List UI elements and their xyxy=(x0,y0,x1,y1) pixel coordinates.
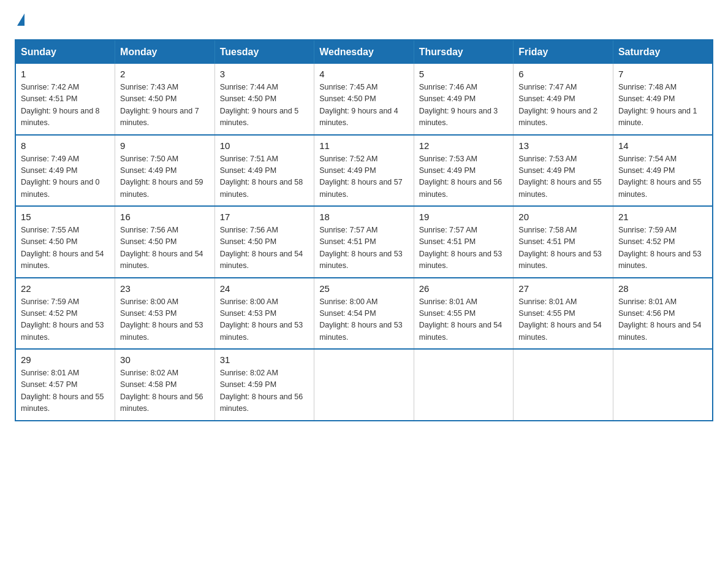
calendar-cell: 19 Sunrise: 7:57 AMSunset: 4:51 PMDaylig… xyxy=(414,206,514,278)
day-number: 31 xyxy=(220,354,309,365)
calendar-cell: 30 Sunrise: 8:02 AMSunset: 4:58 PMDaylig… xyxy=(115,349,215,421)
calendar-cell: 5 Sunrise: 7:46 AMSunset: 4:49 PMDayligh… xyxy=(414,64,514,135)
day-number: 14 xyxy=(618,140,707,151)
calendar-header-thursday: Thursday xyxy=(414,40,514,64)
calendar-cell: 26 Sunrise: 8:01 AMSunset: 4:55 PMDaylig… xyxy=(414,278,514,350)
calendar-header-row: SundayMondayTuesdayWednesdayThursdayFrid… xyxy=(15,40,713,64)
calendar-cell: 31 Sunrise: 8:02 AMSunset: 4:59 PMDaylig… xyxy=(214,349,314,421)
day-info: Sunrise: 7:52 AMSunset: 4:49 PMDaylight:… xyxy=(319,155,403,199)
calendar-cell: 23 Sunrise: 8:00 AMSunset: 4:53 PMDaylig… xyxy=(115,278,215,350)
day-number: 25 xyxy=(319,283,409,294)
calendar-header-tuesday: Tuesday xyxy=(214,40,314,64)
day-info: Sunrise: 7:46 AMSunset: 4:49 PMDaylight:… xyxy=(419,83,498,127)
day-number: 3 xyxy=(220,69,309,79)
day-number: 5 xyxy=(419,69,509,79)
calendar-cell: 6 Sunrise: 7:47 AMSunset: 4:49 PMDayligh… xyxy=(514,64,613,135)
day-number: 24 xyxy=(220,283,309,294)
logo-triangle-icon xyxy=(17,13,25,26)
day-info: Sunrise: 8:01 AMSunset: 4:57 PMDaylight:… xyxy=(21,369,104,413)
day-info: Sunrise: 8:00 AMSunset: 4:54 PMDaylight:… xyxy=(319,297,403,342)
day-info: Sunrise: 7:55 AMSunset: 4:50 PMDaylight:… xyxy=(21,226,104,270)
calendar-cell: 13 Sunrise: 7:53 AMSunset: 4:49 PMDaylig… xyxy=(514,135,613,207)
calendar-cell xyxy=(314,349,414,421)
day-info: Sunrise: 7:47 AMSunset: 4:49 PMDaylight:… xyxy=(518,83,597,127)
logo xyxy=(15,15,25,27)
day-info: Sunrise: 7:51 AMSunset: 4:49 PMDaylight:… xyxy=(220,155,303,199)
calendar-cell: 4 Sunrise: 7:45 AMSunset: 4:50 PMDayligh… xyxy=(314,64,414,135)
calendar-cell: 14 Sunrise: 7:54 AMSunset: 4:49 PMDaylig… xyxy=(613,135,713,207)
day-number: 29 xyxy=(21,354,110,365)
calendar-cell: 29 Sunrise: 8:01 AMSunset: 4:57 PMDaylig… xyxy=(15,349,115,421)
calendar-header-sunday: Sunday xyxy=(15,40,115,64)
calendar-header-monday: Monday xyxy=(115,40,215,64)
day-number: 18 xyxy=(319,212,409,222)
calendar-cell: 12 Sunrise: 7:53 AMSunset: 4:49 PMDaylig… xyxy=(414,135,514,207)
day-number: 28 xyxy=(618,283,707,294)
calendar-cell: 2 Sunrise: 7:43 AMSunset: 4:50 PMDayligh… xyxy=(115,64,215,135)
day-info: Sunrise: 7:58 AMSunset: 4:51 PMDaylight:… xyxy=(518,226,602,270)
day-number: 17 xyxy=(220,212,309,222)
day-info: Sunrise: 7:53 AMSunset: 4:49 PMDaylight:… xyxy=(518,155,602,199)
day-info: Sunrise: 7:42 AMSunset: 4:51 PMDaylight:… xyxy=(21,83,100,127)
page-header xyxy=(15,15,713,27)
day-number: 22 xyxy=(21,283,110,294)
day-info: Sunrise: 8:02 AMSunset: 4:58 PMDaylight:… xyxy=(120,369,203,413)
day-number: 10 xyxy=(220,140,309,151)
calendar-cell: 17 Sunrise: 7:56 AMSunset: 4:50 PMDaylig… xyxy=(214,206,314,278)
calendar-cell: 16 Sunrise: 7:56 AMSunset: 4:50 PMDaylig… xyxy=(115,206,215,278)
day-info: Sunrise: 7:56 AMSunset: 4:50 PMDaylight:… xyxy=(120,226,203,270)
calendar-week-row: 1 Sunrise: 7:42 AMSunset: 4:51 PMDayligh… xyxy=(15,64,713,135)
calendar-cell: 24 Sunrise: 8:00 AMSunset: 4:53 PMDaylig… xyxy=(214,278,314,350)
day-number: 30 xyxy=(120,354,210,365)
day-info: Sunrise: 7:56 AMSunset: 4:50 PMDaylight:… xyxy=(220,226,303,270)
day-number: 7 xyxy=(618,69,707,79)
day-info: Sunrise: 7:57 AMSunset: 4:51 PMDaylight:… xyxy=(419,226,502,270)
calendar-cell: 25 Sunrise: 8:00 AMSunset: 4:54 PMDaylig… xyxy=(314,278,414,350)
calendar-week-row: 8 Sunrise: 7:49 AMSunset: 4:49 PMDayligh… xyxy=(15,135,713,207)
calendar-cell xyxy=(414,349,514,421)
day-number: 26 xyxy=(419,283,509,294)
day-info: Sunrise: 7:53 AMSunset: 4:49 PMDaylight:… xyxy=(419,155,502,199)
day-number: 16 xyxy=(120,212,210,222)
day-info: Sunrise: 8:01 AMSunset: 4:55 PMDaylight:… xyxy=(419,297,502,342)
day-info: Sunrise: 7:59 AMSunset: 4:52 PMDaylight:… xyxy=(618,226,702,270)
day-number: 19 xyxy=(419,212,509,222)
calendar-cell: 10 Sunrise: 7:51 AMSunset: 4:49 PMDaylig… xyxy=(214,135,314,207)
day-info: Sunrise: 7:43 AMSunset: 4:50 PMDaylight:… xyxy=(120,83,199,127)
day-number: 27 xyxy=(518,283,608,294)
calendar-cell: 9 Sunrise: 7:50 AMSunset: 4:49 PMDayligh… xyxy=(115,135,215,207)
day-info: Sunrise: 7:54 AMSunset: 4:49 PMDaylight:… xyxy=(618,155,702,199)
day-number: 9 xyxy=(120,140,210,151)
day-number: 4 xyxy=(319,69,409,79)
day-number: 21 xyxy=(618,212,707,222)
day-number: 11 xyxy=(319,140,409,151)
calendar-cell: 11 Sunrise: 7:52 AMSunset: 4:49 PMDaylig… xyxy=(314,135,414,207)
calendar-week-row: 15 Sunrise: 7:55 AMSunset: 4:50 PMDaylig… xyxy=(15,206,713,278)
calendar-cell: 20 Sunrise: 7:58 AMSunset: 4:51 PMDaylig… xyxy=(514,206,613,278)
day-info: Sunrise: 8:01 AMSunset: 4:56 PMDaylight:… xyxy=(618,297,702,342)
day-number: 1 xyxy=(21,69,110,79)
day-number: 6 xyxy=(518,69,608,79)
calendar-week-row: 29 Sunrise: 8:01 AMSunset: 4:57 PMDaylig… xyxy=(15,349,713,421)
day-info: Sunrise: 8:00 AMSunset: 4:53 PMDaylight:… xyxy=(220,297,303,342)
calendar-cell: 15 Sunrise: 7:55 AMSunset: 4:50 PMDaylig… xyxy=(15,206,115,278)
day-info: Sunrise: 7:59 AMSunset: 4:52 PMDaylight:… xyxy=(21,297,104,342)
day-number: 23 xyxy=(120,283,210,294)
day-info: Sunrise: 7:50 AMSunset: 4:49 PMDaylight:… xyxy=(120,155,203,199)
calendar-cell: 7 Sunrise: 7:48 AMSunset: 4:49 PMDayligh… xyxy=(613,64,713,135)
calendar-header-wednesday: Wednesday xyxy=(314,40,414,64)
calendar-week-row: 22 Sunrise: 7:59 AMSunset: 4:52 PMDaylig… xyxy=(15,278,713,350)
day-number: 12 xyxy=(419,140,509,151)
calendar-cell: 27 Sunrise: 8:01 AMSunset: 4:55 PMDaylig… xyxy=(514,278,613,350)
calendar-cell: 3 Sunrise: 7:44 AMSunset: 4:50 PMDayligh… xyxy=(214,64,314,135)
day-info: Sunrise: 7:49 AMSunset: 4:49 PMDaylight:… xyxy=(21,155,100,199)
day-info: Sunrise: 7:57 AMSunset: 4:51 PMDaylight:… xyxy=(319,226,403,270)
day-info: Sunrise: 7:48 AMSunset: 4:49 PMDaylight:… xyxy=(618,83,697,127)
calendar-cell: 28 Sunrise: 8:01 AMSunset: 4:56 PMDaylig… xyxy=(613,278,713,350)
day-number: 8 xyxy=(21,140,110,151)
day-number: 13 xyxy=(518,140,608,151)
calendar-cell xyxy=(613,349,713,421)
calendar-cell: 8 Sunrise: 7:49 AMSunset: 4:49 PMDayligh… xyxy=(15,135,115,207)
calendar-table: SundayMondayTuesdayWednesdayThursdayFrid… xyxy=(15,39,713,421)
day-info: Sunrise: 7:45 AMSunset: 4:50 PMDaylight:… xyxy=(319,83,398,127)
